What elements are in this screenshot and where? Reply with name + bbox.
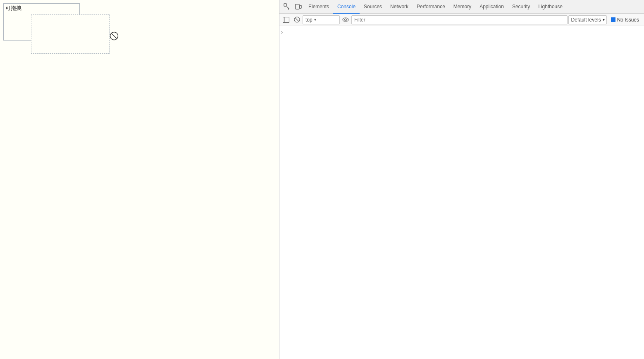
tab-application[interactable]: Application bbox=[475, 0, 508, 14]
no-issues-badge[interactable]: No Issues bbox=[608, 15, 642, 24]
device-toolbar-icon[interactable] bbox=[293, 1, 304, 12]
console-toolbar: top ▾ Default levels ▾ No Issues bbox=[279, 14, 644, 26]
tab-sources[interactable]: Sources bbox=[360, 0, 386, 14]
filter-input[interactable] bbox=[351, 15, 568, 24]
levels-chevron-icon: ▾ bbox=[603, 17, 605, 22]
svg-point-9 bbox=[343, 18, 348, 22]
tab-elements[interactable]: Elements bbox=[304, 0, 333, 14]
svg-rect-4 bbox=[300, 5, 301, 8]
context-selector[interactable]: top ▾ bbox=[303, 15, 340, 24]
default-levels-button[interactable]: Default levels ▾ bbox=[568, 15, 607, 24]
context-value: top bbox=[305, 17, 312, 23]
tab-memory[interactable]: Memory bbox=[449, 0, 475, 14]
drag-box-outer-label: 可拖拽 bbox=[5, 5, 21, 12]
tab-console[interactable]: Console bbox=[333, 0, 360, 14]
svg-point-10 bbox=[345, 19, 347, 21]
tab-network[interactable]: Network bbox=[386, 0, 413, 14]
no-drop-icon bbox=[110, 31, 119, 43]
svg-rect-3 bbox=[296, 4, 299, 9]
clear-console-icon[interactable] bbox=[292, 15, 302, 25]
tab-performance[interactable]: Performance bbox=[413, 0, 449, 14]
tab-lighthouse[interactable]: Lighthouse bbox=[534, 0, 567, 14]
svg-line-1 bbox=[111, 33, 117, 39]
webpage-area: 可拖拽 可拖拽 bbox=[0, 0, 279, 359]
devtools-tabs-bar: Elements Console Sources Network Perform… bbox=[279, 0, 644, 14]
inspect-element-icon[interactable] bbox=[281, 1, 293, 12]
no-issues-label: No Issues bbox=[617, 17, 639, 23]
default-levels-label: Default levels bbox=[571, 17, 601, 23]
tab-security[interactable]: Security bbox=[508, 0, 534, 14]
svg-rect-2 bbox=[284, 4, 286, 6]
drag-drop-target[interactable] bbox=[31, 14, 110, 54]
no-issues-checkbox bbox=[611, 17, 615, 22]
console-content: › bbox=[279, 26, 644, 359]
eye-icon[interactable] bbox=[341, 15, 351, 25]
svg-line-8 bbox=[295, 18, 298, 22]
console-expand-chevron[interactable]: › bbox=[281, 29, 283, 35]
svg-rect-5 bbox=[283, 17, 289, 22]
svg-point-0 bbox=[110, 32, 118, 40]
console-sidebar-icon[interactable] bbox=[281, 15, 291, 25]
devtools-panel: Elements Console Sources Network Perform… bbox=[279, 0, 644, 359]
context-chevron-icon: ▾ bbox=[314, 17, 316, 22]
